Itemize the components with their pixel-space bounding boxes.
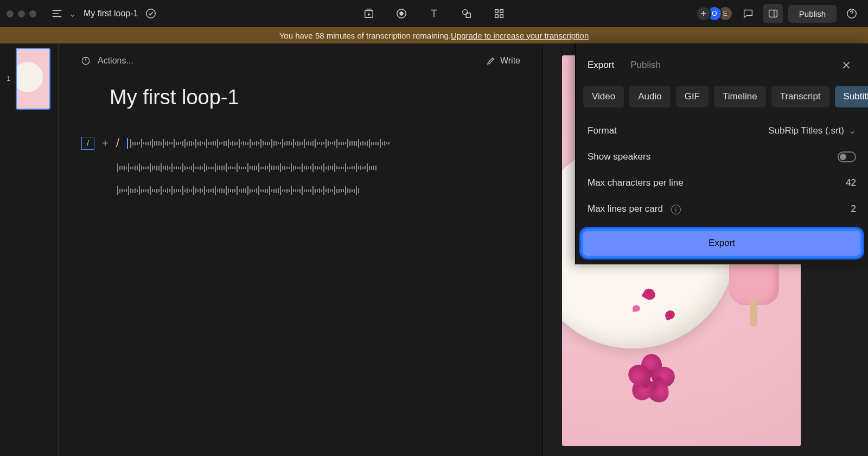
format-label: Format <box>588 125 617 136</box>
format-row[interactable]: Format SubRip Titles (.srt) ⌄ <box>576 117 868 144</box>
info-icon[interactable]: i <box>671 205 681 214</box>
titlebar: ⌄ My first loop-1 + O E Publish <box>0 0 868 27</box>
comments-icon[interactable] <box>738 4 758 23</box>
cursor-indicator: / <box>116 136 119 150</box>
svg-rect-8 <box>495 15 499 18</box>
scene-thumbnail-1[interactable] <box>16 48 50 110</box>
text-icon[interactable] <box>424 4 444 23</box>
composition-title[interactable]: My first loop-1 <box>110 86 520 109</box>
panel-toggle-icon[interactable] <box>763 4 783 23</box>
export-type-transcript[interactable]: Transcript <box>771 86 829 107</box>
write-label: Write <box>500 56 520 66</box>
svg-point-3 <box>399 11 403 15</box>
export-type-tabs: VideoAudioGIFTimelineTranscriptSubtitles <box>576 86 868 117</box>
show-speakers-label: Show speakers <box>588 151 650 162</box>
scene-thumbnails: 1 <box>0 43 59 456</box>
audio-waveform-3[interactable] <box>117 185 520 196</box>
export-panel: Export Publish VideoAudioGIFTimelineTran… <box>575 43 868 264</box>
collaborator-avatars[interactable]: + O E <box>700 6 733 21</box>
svg-rect-6 <box>495 10 499 13</box>
export-tab[interactable]: Export <box>588 60 614 71</box>
publish-button[interactable]: Publish <box>788 5 837 23</box>
document-title[interactable]: My first loop-1 <box>84 9 138 18</box>
actions-label: Actions... <box>98 56 133 66</box>
close-panel-button[interactable] <box>837 55 856 75</box>
shapes-icon[interactable] <box>457 4 476 23</box>
write-button[interactable]: Write <box>486 56 520 66</box>
show-speakers-row: Show speakers <box>576 144 868 170</box>
max-lines-row[interactable]: Max lines per card i 2 <box>576 196 868 222</box>
max-chars-value: 42 <box>846 178 856 188</box>
thumbnail-index: 1 <box>7 75 11 83</box>
grid-icon[interactable] <box>489 4 509 23</box>
slash-command-trigger[interactable]: / <box>81 137 94 150</box>
svg-point-4 <box>463 10 468 15</box>
max-chars-row[interactable]: Max characters per line 42 <box>576 170 868 196</box>
center-toolbar <box>359 4 509 23</box>
window-controls[interactable] <box>7 10 36 17</box>
export-type-gif[interactable]: GIF <box>676 86 709 107</box>
show-speakers-toggle[interactable] <box>838 151 856 162</box>
export-type-subtitles[interactable]: Subtitles <box>835 86 868 107</box>
upgrade-banner: You have 58 minutes of transcription rem… <box>0 27 868 43</box>
traffic-min[interactable] <box>18 10 25 17</box>
script-editor: Actions... Write My first loop-1 / + / <box>59 43 542 456</box>
actions-menu[interactable]: Actions... <box>80 55 133 66</box>
chevron-down-icon: ⌄ <box>848 125 856 136</box>
publish-tab[interactable]: Publish <box>630 60 661 71</box>
export-type-video[interactable]: Video <box>583 86 624 107</box>
audio-waveform-2[interactable] <box>117 162 520 173</box>
banner-text: You have 58 minutes of transcription rem… <box>279 31 451 40</box>
media-library-icon[interactable] <box>359 4 379 23</box>
export-button[interactable]: Export <box>581 229 863 258</box>
svg-rect-9 <box>500 15 503 18</box>
svg-point-0 <box>146 9 156 18</box>
upgrade-link[interactable]: Upgrade to increase your transcription <box>451 31 589 40</box>
traffic-max[interactable] <box>29 10 36 17</box>
export-type-audio[interactable]: Audio <box>629 86 670 107</box>
help-icon[interactable] <box>842 4 861 23</box>
max-chars-label: Max characters per line <box>588 178 684 188</box>
record-icon[interactable] <box>392 4 411 23</box>
svg-rect-10 <box>769 10 777 17</box>
audio-waveform-1[interactable] <box>127 138 390 149</box>
align-left-icon[interactable] <box>47 4 67 23</box>
svg-rect-7 <box>500 10 503 13</box>
format-value: SubRip Titles (.srt) <box>768 125 844 136</box>
traffic-close[interactable] <box>7 10 14 17</box>
max-lines-label: Max lines per card <box>588 204 663 214</box>
chevron-down-icon[interactable]: ⌄ <box>69 9 76 19</box>
add-block-button[interactable]: + <box>102 137 108 150</box>
max-lines-value: 2 <box>851 204 856 214</box>
add-collaborator-button[interactable]: + <box>696 6 711 21</box>
saved-check-icon <box>143 4 158 23</box>
export-type-timeline[interactable]: Timeline <box>714 86 766 107</box>
